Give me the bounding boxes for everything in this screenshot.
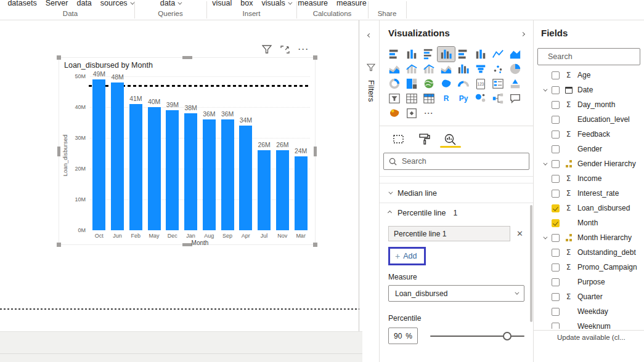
chevron-down-icon[interactable] xyxy=(541,163,547,166)
card-icon[interactable]: 123 xyxy=(472,76,489,91)
ribbon-button-sources[interactable]: sources xyxy=(100,0,133,7)
fields-tab[interactable] xyxy=(391,131,407,147)
filled-map-icon[interactable] xyxy=(438,76,455,91)
field-row-outstanding_debt[interactable]: ΣOutstanding_debt xyxy=(534,245,644,260)
measure-dropdown[interactable]: Loan_disbursed xyxy=(388,285,524,302)
get-more-visuals-icon[interactable]: ··· xyxy=(420,106,438,121)
field-row-weekday[interactable]: Weekday xyxy=(534,304,644,319)
field-checkbox[interactable] xyxy=(552,71,560,79)
field-row-purpose[interactable]: Purpose xyxy=(534,275,644,289)
key-influencers-icon[interactable] xyxy=(472,91,489,106)
update-available-notice[interactable]: Update available (cl... xyxy=(534,330,644,341)
field-row-promo_campaign[interactable]: ΣPromo_Campaign xyxy=(534,260,644,275)
chart-bar-Aug[interactable] xyxy=(203,119,216,230)
100-stacked-column-chart-icon[interactable] xyxy=(472,47,489,62)
ribbon-button-measure[interactable]: measure xyxy=(298,0,328,7)
gauge-icon[interactable] xyxy=(455,76,472,91)
python-visual-icon[interactable]: Py xyxy=(455,91,472,106)
field-checkbox[interactable] xyxy=(552,190,560,198)
matrix-icon[interactable] xyxy=(420,91,438,106)
scatter-chart-icon[interactable] xyxy=(489,62,507,76)
ribbon-button-measure[interactable]: measure xyxy=(336,0,367,7)
chart-bar-Jun[interactable] xyxy=(111,82,124,230)
field-checkbox[interactable] xyxy=(552,86,560,94)
chart-bar-Dec[interactable] xyxy=(166,110,179,230)
chart-bar-Jan[interactable] xyxy=(184,113,197,230)
field-checkbox[interactable] xyxy=(552,249,560,257)
field-row-gender[interactable]: Gender xyxy=(534,142,644,156)
field-checkbox[interactable] xyxy=(552,160,560,168)
stacked-area-chart-icon[interactable] xyxy=(386,62,403,76)
field-checkbox[interactable] xyxy=(552,308,560,316)
chart-bar-Feb[interactable] xyxy=(129,104,142,230)
fields-search-box[interactable] xyxy=(537,48,640,65)
analytics-search-box[interactable] xyxy=(383,153,529,170)
selection-handle[interactable] xyxy=(57,243,61,247)
ribbon-button-datasets[interactable]: datasets xyxy=(7,0,36,7)
table-icon[interactable] xyxy=(403,91,420,106)
selection-handle[interactable] xyxy=(57,55,61,60)
field-row-loan_disbursed[interactable]: ΣLoan_disbursed xyxy=(534,201,644,215)
ribbon-button-Server[interactable]: Server xyxy=(46,0,68,7)
more-options-icon[interactable]: ··· xyxy=(298,45,309,54)
chevron-left-icon[interactable] xyxy=(368,30,374,39)
fields-search-input[interactable] xyxy=(548,52,644,61)
ribbon-button-visuals[interactable]: visuals xyxy=(261,0,290,7)
power-automate-icon[interactable] xyxy=(403,106,420,121)
clustered-bar-chart-icon[interactable] xyxy=(420,47,438,62)
field-checkbox[interactable] xyxy=(552,175,560,183)
scrollbar-thumb[interactable] xyxy=(530,205,532,322)
kpi-icon[interactable] xyxy=(507,76,524,91)
selection-handle[interactable] xyxy=(182,56,192,59)
slicer-icon[interactable] xyxy=(386,91,403,106)
selection-handle[interactable] xyxy=(313,55,317,60)
arcgis-map-icon[interactable] xyxy=(386,106,403,121)
chart-bar-Oct[interactable] xyxy=(92,79,105,230)
line-and-clustered-column-chart-icon[interactable] xyxy=(420,62,438,76)
field-row-gender-hierarchy[interactable]: Gender Hierarchy xyxy=(534,156,644,171)
field-checkbox[interactable] xyxy=(552,204,560,212)
chart-bar-Mar[interactable] xyxy=(295,156,308,230)
clustered-column-chart-icon[interactable] xyxy=(438,47,455,62)
report-canvas[interactable]: ··· Loan_disbursed by Month Loan_disburs… xyxy=(0,20,359,331)
stacked-column-chart-icon[interactable] xyxy=(403,47,420,62)
field-row-day_month[interactable]: ΣDay_month xyxy=(534,97,644,112)
chevron-down-icon[interactable] xyxy=(541,89,547,92)
percentile-line-section[interactable]: Percentile line 1 xyxy=(380,203,533,222)
close-icon[interactable]: ✕ xyxy=(515,229,524,238)
r-script-visual-icon[interactable]: R xyxy=(438,91,455,106)
bar-chart-visual[interactable]: Loan_disbursed by Month Loan_disbursed M… xyxy=(59,57,316,245)
focus-mode-icon[interactable] xyxy=(280,46,290,54)
filter-icon[interactable] xyxy=(262,45,272,54)
qa-icon[interactable] xyxy=(507,91,524,106)
field-checkbox[interactable] xyxy=(552,116,560,124)
chart-bar-Apr[interactable] xyxy=(239,126,252,230)
map-icon[interactable] xyxy=(420,76,438,91)
median-line-section[interactable]: Median line xyxy=(380,183,533,203)
ribbon-button-visual[interactable]: visual xyxy=(212,0,232,7)
field-checkbox[interactable] xyxy=(552,219,560,227)
field-row-feedback[interactable]: ΣFeedback xyxy=(534,127,644,142)
line-chart-icon[interactable] xyxy=(489,47,507,62)
percentile-line-name-input[interactable] xyxy=(388,226,510,241)
field-checkbox[interactable] xyxy=(552,293,560,301)
percentile-value-input[interactable]: 90 % xyxy=(388,328,418,344)
chart-bar-Sep[interactable] xyxy=(221,119,234,230)
field-row-quarter[interactable]: ΣQuarter xyxy=(534,289,644,304)
ribbon-button-box[interactable]: box xyxy=(240,0,253,7)
field-row-month-hierarchy[interactable]: Month Hierarchy xyxy=(534,230,644,245)
field-row-date[interactable]: Date xyxy=(534,82,644,97)
format-tab[interactable] xyxy=(417,131,433,147)
area-chart-icon[interactable] xyxy=(507,47,524,62)
field-checkbox[interactable] xyxy=(552,323,560,329)
slider-thumb[interactable] xyxy=(503,332,512,340)
chevron-right-icon[interactable] xyxy=(521,29,524,38)
funnel-chart-icon[interactable] xyxy=(472,62,489,76)
donut-chart-icon[interactable] xyxy=(386,76,403,91)
ribbon-chart-icon[interactable] xyxy=(438,62,455,76)
waterfall-chart-icon[interactable] xyxy=(455,62,472,76)
chart-bar-Jul[interactable] xyxy=(258,150,271,230)
field-row-interest_rate[interactable]: ΣInterest_rate xyxy=(534,186,644,201)
selection-handle[interactable] xyxy=(57,147,60,156)
selection-handle[interactable] xyxy=(314,147,317,156)
